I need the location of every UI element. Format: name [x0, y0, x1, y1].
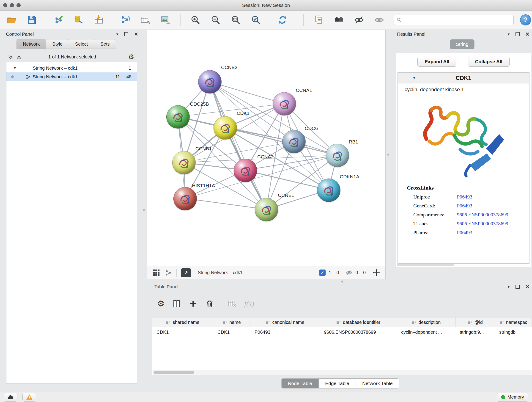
entry-disclosure-icon[interactable]: ▼: [412, 76, 416, 80]
table-scrollbar-track[interactable]: [152, 370, 532, 375]
tab-node-table[interactable]: Node Table: [281, 379, 319, 388]
column-sort-icon: [336, 320, 341, 324]
zoom-out-icon[interactable]: [210, 13, 221, 26]
float-panel-icon[interactable]: [124, 32, 128, 36]
node-ccna2[interactable]: [234, 159, 257, 182]
float-panel-icon[interactable]: [515, 32, 520, 36]
node-cdc6[interactable]: [282, 130, 306, 153]
column-header-shared-name[interactable]: shared name: [152, 317, 213, 327]
tab-edge-table[interactable]: Edge Table: [319, 379, 356, 388]
warnings-button[interactable]: [22, 393, 36, 402]
crosslink-value-link[interactable]: P06493: [457, 203, 472, 209]
close-panel-icon[interactable]: ×: [134, 31, 138, 37]
tab-network-table[interactable]: Network Table: [356, 379, 399, 388]
add-column-icon[interactable]: [189, 299, 197, 308]
edge-cdk1-rb1[interactable]: [225, 128, 337, 155]
column-header-description[interactable]: description: [397, 317, 456, 327]
node-cdk1[interactable]: [214, 116, 237, 140]
search-input[interactable]: [404, 17, 511, 23]
refresh-view-icon[interactable]: [277, 13, 288, 26]
node-label-cdc25b: CDC25B: [190, 101, 209, 107]
hidden-eye-icon[interactable]: [346, 269, 352, 276]
home-view-icon[interactable]: [333, 13, 345, 26]
column-header-database-identifier[interactable]: database identifier: [320, 317, 397, 327]
edge-ccnb2-ccne1[interactable]: [210, 82, 266, 210]
crosslink-value-link[interactable]: 9606.ENSP00000378699: [457, 212, 508, 218]
import-network-file-icon[interactable]: [53, 13, 64, 26]
panel-menu-icon[interactable]: ▾: [508, 285, 510, 289]
zoom-in-icon[interactable]: [190, 13, 201, 26]
close-panel-icon[interactable]: ×: [526, 284, 529, 290]
results-horizontal-scrollbar[interactable]: [397, 264, 454, 266]
panel-menu-icon[interactable]: ▾: [508, 32, 510, 36]
float-panel-icon[interactable]: [515, 285, 520, 289]
node-ccnb1[interactable]: [172, 151, 196, 174]
network-view-icon[interactable]: [165, 269, 172, 276]
zoom-selected-icon[interactable]: [250, 13, 262, 26]
table-scrollbar-thumb[interactable]: [153, 370, 194, 374]
edge-hist1h1a-ccne1[interactable]: [185, 198, 266, 210]
crosslink-value-link[interactable]: P06493: [457, 230, 472, 236]
node-cdkn1a[interactable]: [317, 179, 341, 202]
splitter-handle[interactable]: [143, 209, 145, 211]
node-ccna1[interactable]: [273, 92, 296, 115]
memory-button[interactable]: Memory: [497, 393, 528, 402]
birdseye-view-button[interactable]: [181, 268, 191, 277]
tab-select[interactable]: Select: [69, 39, 94, 49]
crosslink-value-link[interactable]: P06493: [457, 194, 472, 200]
save-session-icon[interactable]: [26, 13, 38, 26]
hide-eye-icon[interactable]: [353, 13, 365, 26]
network-options-gear-icon[interactable]: ⚙: [128, 53, 134, 60]
table-row[interactable]: CDK1CDK1P064939606.ENSP00000378699cyclin…: [152, 327, 532, 337]
column-header-canonical-name[interactable]: canonical name: [250, 317, 320, 327]
pan-move-icon[interactable]: [373, 269, 380, 277]
node-hist1h1a[interactable]: [173, 187, 197, 211]
node-ccnb2[interactable]: [198, 70, 222, 94]
zoom-fit-icon[interactable]: [230, 13, 241, 26]
copy-document-icon[interactable]: [313, 13, 324, 26]
show-eye-icon[interactable]: [374, 13, 385, 26]
cloud-status-button[interactable]: [4, 393, 17, 402]
table-options-gear-icon[interactable]: ⚙: [157, 300, 165, 308]
grid-view-icon[interactable]: [152, 269, 160, 277]
expand-all-button[interactable]: Expand All: [418, 57, 456, 67]
close-panel-icon[interactable]: ×: [526, 31, 529, 37]
collapse-all-button[interactable]: Collapse All: [468, 57, 509, 67]
import-network-database-icon[interactable]: [73, 13, 84, 26]
new-table-icon[interactable]: [140, 13, 151, 26]
splitter-handle[interactable]: [341, 281, 343, 283]
export-image-icon[interactable]: [160, 13, 171, 26]
gene-entry-header[interactable]: ▼ CDK1: [398, 73, 529, 83]
column-header-namespac[interactable]: namespac: [495, 317, 532, 327]
crosslink-value-link[interactable]: 9606.ENSP00000378699: [457, 221, 508, 227]
show-columns-icon[interactable]: [172, 299, 181, 308]
selected-checkbox-icon[interactable]: ✓: [319, 269, 326, 276]
open-session-icon[interactable]: [6, 13, 17, 26]
node-cdc25b[interactable]: [166, 105, 190, 128]
network-collection-row[interactable]: ▼ String Network – cdk1 1: [6, 64, 137, 72]
edge-ccna2-cdkn1a[interactable]: [245, 170, 328, 190]
minimize-window-button[interactable]: [10, 3, 14, 7]
help-button[interactable]: ?: [520, 14, 531, 26]
tab-string[interactable]: String: [450, 39, 475, 49]
network-canvas[interactable]: CCNB2CCNA1CDC25BCDK1CDC6RB1CCNB1CCNA2CDK…: [147, 30, 386, 266]
node-ccne1[interactable]: [255, 198, 278, 221]
search-box[interactable]: [394, 15, 514, 25]
splitter-handle[interactable]: [387, 153, 389, 156]
network-row-selected[interactable]: String Network – cdk1 11 48: [6, 72, 137, 81]
protein-ribbon-icon: [255, 198, 278, 221]
new-network-icon[interactable]: [120, 13, 131, 26]
close-window-button[interactable]: [3, 3, 7, 7]
tab-style[interactable]: Style: [46, 39, 69, 49]
zoom-window-button[interactable]: [17, 3, 21, 7]
tab-sets[interactable]: Sets: [94, 39, 116, 49]
column-header-id[interactable]: @id: [456, 317, 495, 327]
panel-menu-icon[interactable]: ▾: [116, 32, 119, 36]
column-header-name[interactable]: name: [213, 317, 250, 327]
collection-disclosure-icon[interactable]: ▼: [13, 66, 17, 70]
delete-column-icon[interactable]: [205, 299, 214, 308]
node-rb1[interactable]: [326, 144, 349, 167]
collapse-all-label: Collapse All: [475, 59, 502, 64]
tab-network[interactable]: Network: [17, 39, 46, 49]
import-table-file-icon[interactable]: [93, 13, 104, 26]
